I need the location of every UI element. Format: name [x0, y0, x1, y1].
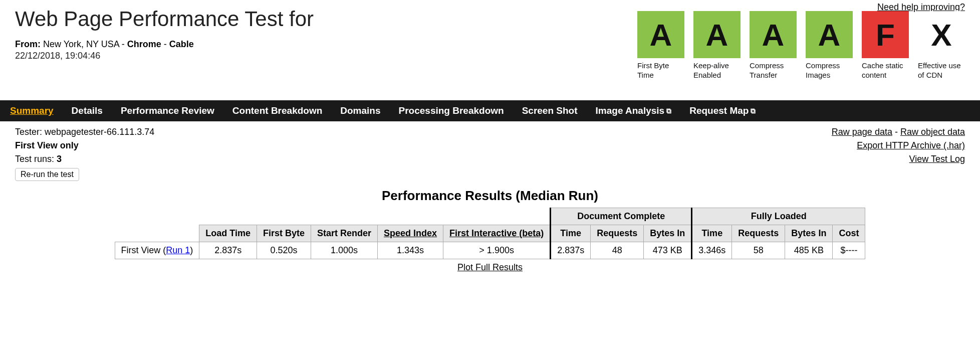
test-meta: Tester: webpagetester-66.111.3.74 First … [15, 125, 154, 181]
results-table: Document Complete Fully Loaded Load Time… [115, 208, 866, 259]
grade-letter: A [806, 11, 853, 58]
grade-compress-transfer[interactable]: A Compress Transfer [750, 11, 797, 80]
col-start-render: Start Render [311, 225, 378, 242]
from-location: New York, NY USA [43, 39, 119, 49]
grade-cache-static[interactable]: F Cache static content [862, 11, 909, 80]
grade-label: Effective use of CDN [918, 61, 965, 80]
col-group-document-complete: Document Complete [551, 208, 692, 225]
external-link-icon: ⧉ [666, 107, 671, 114]
nav-domains[interactable]: Domains [340, 105, 380, 116]
cell-fl-bytes: 485 KB [785, 242, 833, 259]
cell-cost[interactable]: $---- [833, 242, 865, 259]
nav-request-map[interactable]: Request Map⧉ [689, 105, 756, 116]
col-dc-bytes: Bytes In [644, 225, 692, 242]
cell-fl-requests: 58 [732, 242, 785, 259]
grade-label: Keep-alive Enabled [693, 61, 741, 80]
col-cost: Cost [833, 225, 865, 242]
nav-performance-review[interactable]: Performance Review [121, 105, 214, 116]
grade-first-byte[interactable]: A First Byte Time [637, 11, 684, 80]
grade-label: Compress Images [806, 61, 853, 80]
col-fl-requests: Requests [732, 225, 785, 242]
col-speed-index[interactable]: Speed Index [378, 225, 443, 242]
col-dc-time: Time [551, 225, 591, 242]
grade-letter: F [862, 11, 909, 58]
plot-full-results-link[interactable]: Plot Full Results [457, 262, 523, 272]
from-connection: Cable [169, 39, 194, 49]
tester-value: webpagetester-66.111.3.74 [45, 127, 154, 137]
tester-label: Tester: [15, 127, 45, 137]
results-heading: Performance Results (Median Run) [0, 188, 980, 204]
col-group-fully-loaded: Fully Loaded [692, 208, 865, 225]
test-runs-value: 3 [57, 154, 62, 164]
export-links: Raw page data - Raw object data Export H… [832, 125, 965, 166]
grade-letter: X [918, 11, 965, 58]
from-label: From: [15, 39, 41, 49]
cell-first-interactive: > 1.900s [443, 242, 551, 259]
cell-dc-time: 2.837s [551, 242, 591, 259]
cell-speed-index: 1.343s [378, 242, 443, 259]
grades-row: A First Byte Time A Keep-alive Enabled A… [637, 11, 965, 80]
cell-dc-requests: 48 [591, 242, 644, 259]
nav-image-analysis[interactable]: Image Analysis⧉ [596, 105, 672, 116]
grade-letter: A [750, 11, 797, 58]
col-first-byte: First Byte [257, 225, 311, 242]
rerun-test-button[interactable]: Re-run the test [15, 168, 79, 181]
grade-compress-images[interactable]: A Compress Images [806, 11, 853, 80]
cell-load-time: 2.837s [199, 242, 257, 259]
raw-object-data-link[interactable]: Raw object data [900, 127, 965, 137]
test-runs-label: Test runs: [15, 154, 57, 164]
col-fl-time: Time [692, 225, 732, 242]
grade-label: Cache static content [862, 61, 909, 80]
cell-first-byte: 0.520s [257, 242, 311, 259]
cell-dc-bytes: 473 KB [644, 242, 692, 259]
col-dc-requests: Requests [591, 225, 644, 242]
nav-screen-shot[interactable]: Screen Shot [522, 105, 578, 116]
grade-label: Compress Transfer [750, 61, 797, 80]
col-first-interactive[interactable]: First Interactive (beta) [443, 225, 551, 242]
cell-start-render: 1.000s [311, 242, 378, 259]
grade-cdn[interactable]: X Effective use of CDN [918, 11, 965, 80]
export-har-link[interactable]: Export HTTP Archive (.har) [857, 140, 965, 150]
grade-letter: A [693, 11, 741, 58]
raw-page-data-link[interactable]: Raw page data [832, 127, 892, 137]
cell-fl-time: 3.346s [692, 242, 732, 259]
navbar: Summary Details Performance Review Conte… [0, 100, 980, 121]
run-link[interactable]: Run 1 [166, 245, 190, 255]
col-load-time: Load Time [199, 225, 257, 242]
first-view-only: First View only [15, 139, 154, 152]
nav-processing-breakdown[interactable]: Processing Breakdown [399, 105, 504, 116]
grade-keep-alive[interactable]: A Keep-alive Enabled [693, 11, 741, 80]
nav-details[interactable]: Details [72, 105, 103, 116]
grade-letter: A [637, 11, 684, 58]
grade-label: First Byte Time [637, 61, 684, 80]
external-link-icon: ⧉ [751, 107, 756, 114]
table-row: First View (Run 1) 2.837s 0.520s 1.000s … [115, 242, 865, 259]
row-label: First View (Run 1) [115, 242, 199, 259]
nav-content-breakdown[interactable]: Content Breakdown [232, 105, 322, 116]
nav-summary[interactable]: Summary [10, 105, 54, 116]
col-fl-bytes: Bytes In [785, 225, 833, 242]
from-browser: Chrome [127, 39, 161, 49]
view-test-log-link[interactable]: View Test Log [909, 154, 965, 164]
